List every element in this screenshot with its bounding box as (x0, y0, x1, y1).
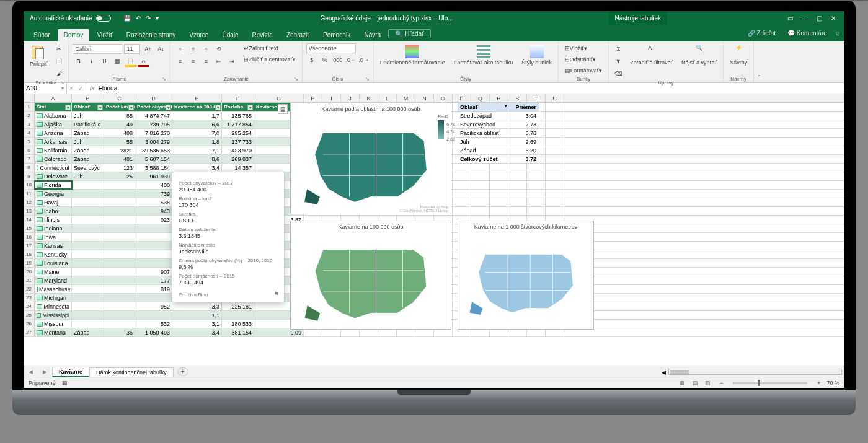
row-header[interactable]: 2 (24, 112, 35, 120)
cell[interactable] (72, 285, 104, 293)
column-header-T[interactable]: T (527, 94, 546, 102)
scroll-right-icon[interactable]: ▶ (844, 369, 849, 375)
insert-data-icon[interactable]: ▤ (278, 104, 288, 114)
cell[interactable] (72, 216, 104, 224)
cell[interactable] (104, 259, 135, 267)
cell[interactable]: 952 (135, 302, 172, 310)
cell[interactable]: Kansas (35, 242, 72, 250)
cell[interactable] (104, 242, 135, 250)
cell[interactable]: 481 (104, 155, 135, 163)
cell[interactable] (72, 224, 104, 232)
cell[interactable]: Alabama (35, 112, 72, 120)
cell[interactable]: Kalifornia (35, 146, 72, 154)
cell[interactable]: Missouri (35, 320, 72, 328)
bold-icon[interactable]: B (73, 56, 84, 67)
cell[interactable] (72, 250, 104, 258)
pivot-total-label[interactable]: Celkový súčet (458, 155, 508, 164)
filter-icon[interactable]: ▾ (505, 103, 507, 108)
cell[interactable]: 739 (135, 190, 172, 198)
cell[interactable] (104, 181, 135, 189)
cell[interactable]: Severovýc (72, 164, 104, 172)
cell[interactable]: 4 874 747 (135, 112, 172, 120)
cell[interactable]: 295 254 (222, 129, 254, 137)
row-header[interactable]: 26 (24, 320, 35, 328)
pivot-cell[interactable]: 3,04 (508, 112, 539, 120)
pivot-cell[interactable]: 2,73 (508, 120, 539, 129)
cell[interactable]: 177 (135, 276, 172, 284)
cell[interactable]: Západ (72, 129, 104, 137)
cell[interactable] (135, 250, 172, 258)
cell[interactable]: 135 765 (222, 112, 254, 120)
minimize-icon[interactable]: — (802, 15, 808, 22)
cell[interactable] (104, 268, 135, 276)
indent-increase-icon[interactable]: ⇥ (226, 56, 237, 67)
column-header-E[interactable]: E (172, 94, 222, 102)
cell[interactable] (135, 294, 172, 302)
sheet-nav-next[interactable]: ▶ (38, 369, 52, 375)
fillcolor-icon[interactable]: ⬚ (125, 56, 136, 67)
cell[interactable] (72, 190, 104, 198)
normal-view-icon[interactable]: ▦ (677, 380, 688, 386)
cell[interactable]: Connecticut (35, 164, 72, 172)
cell[interactable]: 3,3 (172, 302, 222, 310)
filter-icon[interactable]: ▾ (215, 105, 221, 110)
formatpainter-icon[interactable]: 🖌 (53, 68, 64, 79)
cell[interactable]: 3 588 184 (135, 164, 172, 172)
conditional-format-button[interactable]: Podmienené formátovanie (378, 43, 448, 67)
cell[interactable]: 2821 (104, 146, 135, 154)
cell[interactable] (104, 294, 135, 302)
horizontal-scrollbar[interactable]: ◀▶ (668, 369, 842, 375)
cell[interactable] (135, 311, 172, 319)
cell[interactable]: Západ (72, 146, 104, 154)
number-format-dropdown[interactable]: Všeobecné (306, 43, 356, 53)
cell[interactable] (72, 276, 104, 284)
decrease-decimal-icon[interactable]: .0→ (358, 55, 370, 66)
cell[interactable]: 225 181 (222, 302, 254, 310)
pivot-cell[interactable]: 6,78 (508, 129, 539, 138)
table-header-cell[interactable]: Počet obyvateľov▾ (135, 103, 172, 111)
table-header-cell[interactable]: Oblasť▾ (72, 103, 104, 111)
cell[interactable]: 023 (135, 216, 172, 224)
cell[interactable] (104, 207, 135, 215)
qat-dropdown-icon[interactable]: ▾ (156, 15, 159, 22)
row-header[interactable]: 14 (24, 216, 35, 224)
find-select-button[interactable]: 🔍Nájsť a vybrať (679, 43, 719, 67)
column-header-J[interactable]: J (341, 94, 360, 102)
column-header-D[interactable]: D (135, 94, 172, 102)
row-header[interactable]: 27 (24, 328, 35, 336)
cell[interactable] (72, 233, 104, 241)
paste-button[interactable]: Prilepiť (27, 43, 50, 68)
cell[interactable] (72, 259, 104, 267)
cell[interactable]: Západ (72, 328, 104, 336)
cell[interactable]: 85 (104, 112, 135, 120)
cell[interactable] (104, 216, 135, 224)
smiley-icon[interactable]: ☺ (835, 30, 841, 37)
row-header[interactable]: 13 (24, 207, 35, 215)
cell[interactable]: 1 050 493 (135, 328, 172, 336)
save-icon[interactable]: 💾 (123, 15, 131, 22)
cell[interactable]: Arizona (35, 129, 72, 137)
cell[interactable]: 3,4 (172, 328, 222, 336)
delete-cells-button[interactable]: ⊟ Odstrániť ▾ (562, 55, 604, 64)
cell[interactable]: Havaj (35, 198, 72, 206)
align-center-icon[interactable]: ≡ (187, 56, 198, 67)
row-header[interactable]: 11 (24, 190, 35, 198)
cell[interactable]: 423 970 (222, 146, 254, 154)
merge-center-button[interactable]: ⊞ Zlúčiť a centrovať ▾ (241, 55, 298, 64)
insert-cells-button[interactable]: ⊞ Vložiť ▾ (562, 43, 604, 53)
pivot-cell[interactable]: Pacifická oblasť (458, 129, 508, 138)
pivot-total-value[interactable]: 3,72 (508, 155, 539, 164)
enter-formula-icon[interactable]: ✓ (78, 85, 83, 92)
cell[interactable]: 7 016 270 (135, 129, 172, 137)
cell[interactable]: 532 (135, 320, 172, 328)
dialog-launcher-icon[interactable]: ↘ (294, 76, 298, 82)
row-header[interactable]: 12 (24, 198, 35, 206)
align-bottom-icon[interactable]: ≡ (200, 43, 211, 55)
collapse-ribbon-icon[interactable]: ˄ (754, 41, 764, 82)
dialog-launcher-icon[interactable]: ↘ (365, 76, 370, 82)
align-middle-icon[interactable]: ≡ (187, 43, 198, 55)
fontcolor-icon[interactable]: A (138, 56, 149, 67)
column-header-H[interactable]: H (304, 94, 322, 102)
filter-icon[interactable]: ▾ (97, 105, 103, 110)
cell[interactable] (104, 320, 135, 328)
